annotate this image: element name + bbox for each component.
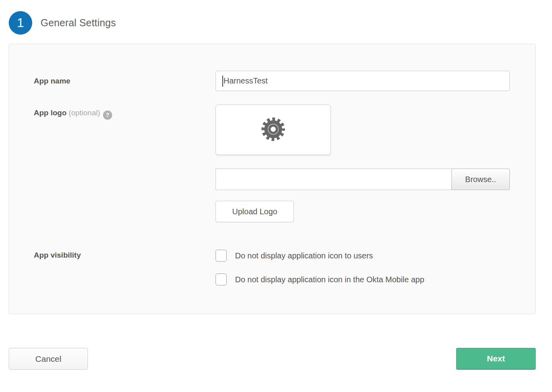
question-mark-icon[interactable]: ? [103, 111, 112, 120]
app-logo-label-col: App logo (optional)? [34, 105, 216, 222]
app-visibility-label: App visibility [34, 251, 81, 259]
logo-file-input[interactable] [216, 169, 452, 190]
checkbox-hide-icon-users[interactable] [216, 250, 227, 262]
app-visibility-label-col: App visibility [34, 250, 216, 285]
general-settings-panel: App name HarnessTest App logo (optional)… [9, 44, 536, 314]
app-name-input[interactable]: HarnessTest [216, 71, 510, 91]
visibility-option-users: Do not display application icon to users [216, 250, 510, 262]
step-number-badge: 1 [9, 11, 32, 35]
logo-file-row: Browse.. [216, 169, 510, 190]
optional-text: (optional) [69, 109, 100, 117]
upload-logo-button[interactable]: Upload Logo [216, 201, 294, 222]
visibility-option-mobile: Do not display application icon in the O… [216, 274, 510, 285]
app-name-value: HarnessTest [224, 76, 268, 85]
checkbox-label: Do not display application icon to users [235, 251, 373, 260]
browse-button[interactable]: Browse.. [451, 169, 510, 190]
step-header: 1 General Settings [0, 0, 552, 35]
gear-icon [260, 116, 287, 144]
app-name-row: App name HarnessTest [34, 71, 510, 91]
app-logo-row: App logo (optional)? [34, 105, 510, 222]
cancel-button[interactable]: Cancel [9, 348, 88, 370]
app-name-label: App name [34, 77, 70, 85]
next-button[interactable]: Next [456, 348, 536, 370]
checkbox-hide-icon-mobile[interactable] [216, 274, 227, 285]
step-number: 1 [17, 16, 24, 30]
page-title: General Settings [41, 17, 116, 29]
app-logo-label: App logo (optional)? [34, 109, 112, 117]
footer-bar: Cancel Next [0, 348, 552, 370]
checkbox-label: Do not display application icon in the O… [235, 275, 424, 284]
app-logo-preview [216, 105, 331, 155]
app-name-label-col: App name [34, 77, 216, 85]
app-visibility-row: App visibility Do not display applicatio… [34, 250, 510, 285]
text-cursor [222, 76, 223, 87]
